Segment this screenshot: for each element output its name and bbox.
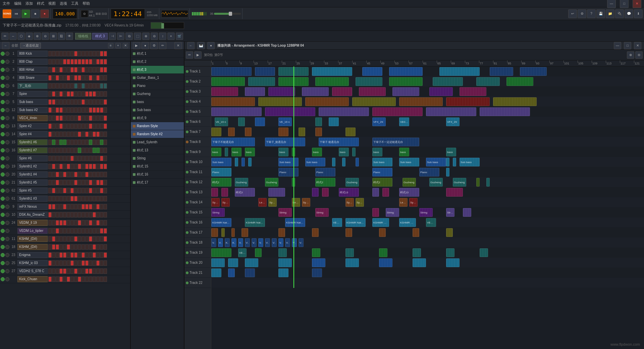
pad[interactable] [48,67,52,72]
clip-block[interactable] [211,97,255,106]
pad[interactable] [82,172,85,177]
arr-ctrl-zoom-in[interactable]: ⊕ [627,51,634,59]
pad[interactable] [67,107,70,113]
pad[interactable] [70,75,74,81]
clip-block[interactable] [302,87,329,96]
clip-block[interactable]: KSHMR Nat_Jungle [372,218,389,227]
pad[interactable] [52,91,55,97]
channel-mute-btn[interactable] [5,156,9,160]
pad[interactable] [63,236,66,242]
channel-row[interactable]: 5 Sub bass [0,98,130,106]
pad[interactable] [82,268,85,274]
pad[interactable] [85,156,89,161]
clip-block[interactable]: VEC_r13 [332,218,342,227]
pad[interactable] [59,115,63,121]
menu-style[interactable]: 样式 [37,1,44,6]
pad[interactable] [93,164,96,169]
clip-block[interactable]: Sub bass [372,158,392,166]
pad[interactable] [96,196,100,201]
pad[interactable] [96,260,100,266]
pad[interactable] [52,236,55,242]
channel-name[interactable]: KSHM_(D#) [17,236,48,242]
channel-row[interactable]: 62 Spire #5 [0,187,130,195]
pad[interactable] [100,99,103,105]
pad[interactable] [67,115,70,121]
pad[interactable] [52,172,55,177]
clip-block[interactable] [439,67,480,76]
track-row[interactable] [211,258,644,268]
pad[interactable] [67,156,70,161]
channel-mute-btn[interactable] [5,108,9,112]
pad[interactable] [85,75,89,81]
clip-block[interactable]: bass [211,148,221,156]
pad[interactable] [78,59,81,64]
pad[interactable] [93,51,96,56]
pad[interactable] [100,180,103,185]
clip-block[interactable] [211,258,225,267]
arr-maximize-btn[interactable]: □ [624,42,631,49]
pad[interactable] [78,196,81,201]
arr-minimize-btn[interactable]: — [614,42,621,49]
pad[interactable] [48,172,52,177]
pad[interactable] [100,156,103,161]
pad[interactable] [100,51,103,56]
pad[interactable] [74,236,77,242]
pad[interactable] [70,172,74,177]
pad[interactable] [63,99,66,105]
pattern-name-btn[interactable]: 样式 3 [92,33,108,40]
track-label-row[interactable]: Track 7 [184,127,211,137]
clip-block[interactable]: String [386,208,399,217]
pad[interactable] [52,244,55,250]
pad[interactable] [56,51,59,56]
channel-active-btn[interactable] [1,261,5,265]
pad[interactable] [63,83,66,89]
channel-active-btn[interactable] [1,229,5,233]
clip-block[interactable]: KSHMR Nat_Jungle [211,218,231,227]
track-label-row[interactable]: Track 6 [184,117,211,127]
pad[interactable] [74,180,77,185]
pad[interactable] [56,59,59,64]
pad[interactable] [89,236,92,242]
channel-row[interactable]: 2 808 Clap [0,58,130,66]
channel-active-btn[interactable] [1,92,5,96]
clip-block[interactable] [379,248,387,257]
pad[interactable] [67,260,70,266]
clip-block[interactable]: Syl_toff [356,198,364,207]
channel-mute-btn[interactable] [5,261,9,265]
track-label-row[interactable]: Track 19 [184,248,211,258]
pad[interactable] [67,91,70,97]
channel-mute-btn[interactable] [5,197,9,201]
pad[interactable] [82,107,85,113]
pad[interactable] [52,188,55,193]
pad[interactable] [82,140,85,145]
pattern-item[interactable]: 样式 17 [131,179,184,187]
toolbar2-mute[interactable]: ◈ [25,33,33,40]
clip-block[interactable] [429,87,453,96]
pad[interactable] [52,260,55,266]
pad[interactable] [70,51,74,56]
clip-block[interactable] [476,178,480,187]
pad[interactable] [70,188,74,193]
pad[interactable] [85,236,89,242]
clip-block[interactable] [379,228,386,237]
pad[interactable] [63,67,66,72]
clip-block[interactable]: VEC_18 [238,248,247,257]
clip-block[interactable] [480,107,530,116]
menu-tools[interactable]: 工具 [71,1,78,6]
pad[interactable] [63,164,66,169]
clip-block[interactable] [332,87,352,96]
pad[interactable] [93,107,96,113]
pad[interactable] [63,228,66,234]
pad[interactable] [63,115,66,121]
clip-block[interactable]: VEC_18 [299,238,304,247]
clip-block[interactable] [238,117,245,126]
volume-slider[interactable] [214,13,241,15]
pad[interactable] [85,164,89,169]
snap-more1[interactable]: ⊕ [142,33,150,40]
pad[interactable] [93,180,96,185]
pad[interactable] [100,252,103,258]
pad[interactable] [96,244,100,250]
pad[interactable] [96,228,100,234]
track-row[interactable]: VEC_18VEC_18KS_3KS_3VEC_18VEC_18VEC_18VE… [211,238,644,248]
pad[interactable] [52,123,55,129]
